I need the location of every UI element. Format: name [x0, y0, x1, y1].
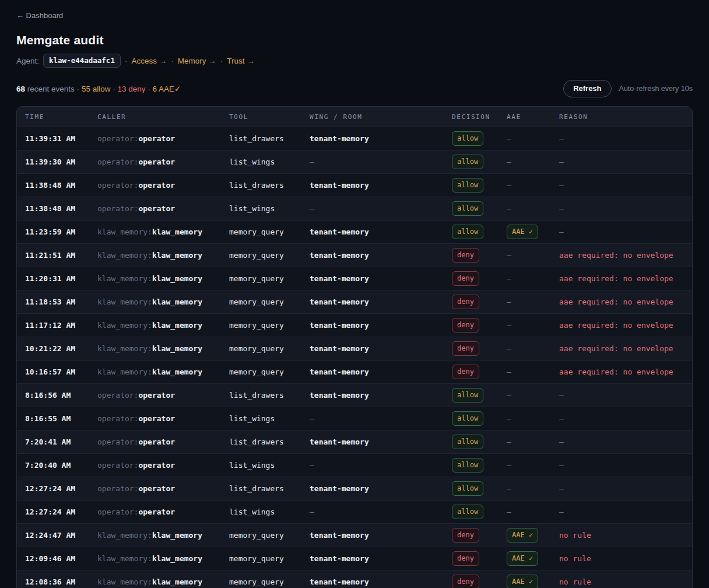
agent-label: Agent:	[16, 57, 39, 65]
cell-decision: allow	[444, 178, 499, 192]
cell-caller: klaw_memory:klaw_memory	[89, 321, 221, 330]
caller-namespace: operator:	[97, 134, 138, 143]
aae-badge: AAE ✓	[507, 528, 538, 542]
trust-link[interactable]: Trust →	[227, 57, 255, 65]
cell-time: 8:16:55 AM	[17, 414, 89, 423]
cell-reason: no rule	[551, 531, 692, 540]
cell-aae: –	[499, 508, 551, 516]
column-header-aae: AAE	[499, 113, 551, 121]
cell-reason: no rule	[551, 554, 692, 563]
cell-reason: aae required: no envelope	[551, 344, 692, 353]
stats-row: 68 recent events · 55 allow · 13 deny · …	[16, 80, 693, 97]
cell-aae: –	[499, 368, 551, 376]
dot-separator: ·	[113, 85, 115, 93]
caller-namespace: operator:	[97, 461, 138, 470]
deny-badge: deny	[452, 295, 479, 309]
cell-tool: list_drawers	[221, 181, 301, 190]
table-row: 7:20:41 AM operator:operator list_drawer…	[17, 430, 692, 453]
deny-count: 13 deny	[117, 85, 145, 93]
cell-reason: aae required: no envelope	[551, 368, 692, 376]
cell-caller: operator:operator	[89, 134, 221, 143]
cell-decision: allow	[444, 388, 499, 402]
cell-decision: allow	[444, 458, 499, 473]
cell-tool: memory_query	[221, 298, 301, 306]
cell-time: 12:24:47 AM	[17, 531, 89, 540]
dot-separator: ·	[148, 85, 150, 93]
cell-decision: allow	[444, 131, 499, 146]
cell-wing-room: tenant-memory	[301, 298, 444, 306]
cell-reason: aae required: no envelope	[551, 251, 692, 260]
cell-aae: –	[499, 414, 551, 423]
table-row: 11:18:53 AM klaw_memory:klaw_memory memo…	[17, 290, 692, 313]
cell-time: 12:27:24 AM	[17, 484, 89, 493]
table-row: 11:21:51 AM klaw_memory:klaw_memory memo…	[17, 243, 692, 267]
column-header-time: TIME	[17, 113, 89, 121]
caller-namespace: klaw_memory:	[97, 298, 152, 306]
memory-link[interactable]: Memory →	[178, 57, 216, 65]
table-row: 12:09:46 AM klaw_memory:klaw_memory memo…	[17, 547, 692, 570]
caller-name: operator	[138, 204, 175, 213]
cell-decision: deny	[444, 365, 499, 379]
allow-badge: allow	[452, 411, 483, 426]
cell-time: 11:18:53 AM	[17, 298, 89, 306]
caller-name: klaw_memory	[152, 274, 202, 283]
dot-separator: ·	[77, 85, 80, 93]
caller-name: operator	[138, 414, 175, 423]
table-body: 11:39:31 AM operator:operator list_drawe…	[17, 127, 692, 588]
cell-caller: operator:operator	[89, 181, 221, 190]
page-title: Memgate audit	[16, 33, 693, 47]
cell-time: 12:27:24 AM	[17, 508, 89, 516]
table-row: 11:38:48 AM operator:operator list_wings…	[17, 197, 692, 220]
cell-reason: aae required: no envelope	[551, 298, 692, 306]
caller-name: operator	[138, 508, 175, 516]
allow-badge: allow	[452, 388, 483, 402]
cell-wing-room: tenant-memory	[301, 251, 444, 260]
back-to-dashboard-link[interactable]: ← Dashboard	[16, 11, 63, 20]
cell-tool: memory_query	[221, 274, 301, 283]
caller-name: klaw_memory	[152, 531, 202, 540]
caller-namespace: klaw_memory:	[97, 274, 152, 283]
cell-tool: list_wings	[221, 158, 301, 166]
dot-separator: ·	[125, 57, 128, 65]
access-link[interactable]: Access →	[131, 57, 167, 65]
cell-caller: operator:operator	[89, 204, 221, 213]
cell-aae: –	[499, 158, 551, 166]
cell-tool: list_wings	[221, 414, 301, 423]
cell-time: 11:39:31 AM	[17, 134, 89, 143]
cell-aae: –	[499, 461, 551, 470]
allow-badge: allow	[452, 458, 483, 473]
caller-name: klaw_memory	[152, 228, 202, 236]
caller-namespace: operator:	[97, 508, 138, 516]
cell-tool: list_wings	[221, 508, 301, 516]
cell-aae: –	[499, 344, 551, 353]
deny-badge: deny	[452, 365, 479, 379]
cell-tool: memory_query	[221, 344, 301, 353]
cell-reason: –	[551, 228, 692, 236]
cell-aae: –	[499, 251, 551, 260]
cell-tool: list_drawers	[221, 438, 301, 446]
aae-badge: AAE ✓	[507, 551, 538, 566]
cell-tool: memory_query	[221, 554, 301, 563]
cell-aae: –	[499, 438, 551, 446]
caller-namespace: klaw_memory:	[97, 251, 152, 260]
cell-caller: operator:operator	[89, 438, 221, 446]
cell-tool: list_wings	[221, 204, 301, 213]
cell-caller: operator:operator	[89, 158, 221, 166]
caller-name: klaw_memory	[152, 344, 202, 353]
refresh-area: Refresh Auto-refresh every 10s	[563, 80, 693, 97]
caller-name: operator	[138, 461, 175, 470]
cell-aae: –	[499, 274, 551, 283]
deny-badge: deny	[452, 248, 479, 262]
cell-caller: klaw_memory:klaw_memory	[89, 554, 221, 563]
cell-time: 11:38:48 AM	[17, 204, 89, 213]
cell-reason: –	[551, 204, 692, 213]
aae-count: 6 AAE✓	[153, 85, 181, 93]
table-row: 11:39:31 AM operator:operator list_drawe…	[17, 127, 692, 150]
cell-wing-room: tenant-memory	[301, 578, 444, 586]
cell-time: 8:16:56 AM	[17, 391, 89, 400]
cell-tool: memory_query	[221, 228, 301, 236]
cell-aae: –	[499, 298, 551, 306]
deny-badge: deny	[452, 318, 479, 332]
refresh-button[interactable]: Refresh	[563, 80, 611, 97]
cell-reason: –	[551, 461, 692, 470]
